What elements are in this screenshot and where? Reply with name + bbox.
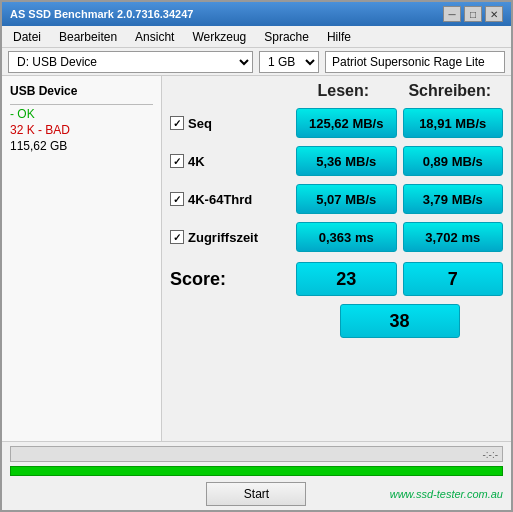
menu-werkzeug[interactable]: Werkzeug [189, 29, 249, 45]
main-window: AS SSD Benchmark 2.0.7316.34247 ─ □ ✕ Da… [0, 0, 513, 512]
size-select[interactable]: 1 GB [259, 51, 319, 73]
maximize-button[interactable]: □ [464, 6, 482, 22]
4k64-read-cell: 5,07 MB/s [296, 184, 397, 214]
col-header-write: Schreiben: [397, 82, 504, 100]
bottom-area: -:-:- Start www.ssd-tester.com.au [2, 441, 511, 510]
menu-bearbeiten[interactable]: Bearbeiten [56, 29, 120, 45]
start-button-container: Start [174, 482, 338, 506]
close-button[interactable]: ✕ [485, 6, 503, 22]
headers-row: Lesen: Schreiben: [170, 82, 503, 100]
seq-checkbox[interactable]: ✓ [170, 116, 184, 130]
score-read-cell: 23 [296, 262, 397, 296]
device-size: 115,62 GB [10, 139, 153, 153]
4k64-checkbox[interactable]: ✓ [170, 192, 184, 206]
device-info-title: USB Device [10, 84, 153, 98]
menu-datei[interactable]: Datei [10, 29, 44, 45]
access-row: ✓ Zugriffszeit 0,363 ms 3,702 ms [170, 220, 503, 254]
4k64-row: ✓ 4K-64Thrd 5,07 MB/s 3,79 MB/s [170, 182, 503, 216]
score-row: Score: 23 7 [170, 262, 503, 296]
menu-hilfe[interactable]: Hilfe [324, 29, 354, 45]
window-title: AS SSD Benchmark 2.0.7316.34247 [10, 8, 193, 20]
title-bar: AS SSD Benchmark 2.0.7316.34247 ─ □ ✕ [2, 2, 511, 26]
4k-write-cell: 0,89 MB/s [403, 146, 504, 176]
window-controls: ─ □ ✕ [443, 6, 503, 22]
seq-read-cell: 125,62 MB/s [296, 108, 397, 138]
4k-row: ✓ 4K 5,36 MB/s 0,89 MB/s [170, 144, 503, 178]
status-ok: - OK [10, 107, 153, 121]
4k-read-cell: 5,36 MB/s [296, 146, 397, 176]
seq-label: ✓ Seq [170, 116, 290, 131]
green-progress-bar [10, 466, 503, 476]
4k-label: ✓ 4K [170, 154, 290, 169]
drive-select[interactable]: D: USB Device [8, 51, 253, 73]
score-write-cell: 7 [403, 262, 504, 296]
access-checkbox[interactable]: ✓ [170, 230, 184, 244]
score-label: Score: [170, 269, 290, 290]
progress-time: -:-:- [482, 449, 498, 460]
website-label: www.ssd-tester.com.au [390, 488, 503, 500]
access-write-cell: 3,702 ms [403, 222, 504, 252]
minimize-button[interactable]: ─ [443, 6, 461, 22]
left-panel: USB Device - OK 32 K - BAD 115,62 GB [2, 76, 162, 441]
4k64-label: ✓ 4K-64Thrd [170, 192, 290, 207]
seq-write-cell: 18,91 MB/s [403, 108, 504, 138]
bottom-row: Start www.ssd-tester.com.au [10, 482, 503, 506]
access-read-cell: 0,363 ms [296, 222, 397, 252]
toolbar: D: USB Device 1 GB Patriot Supersonic Ra… [2, 48, 511, 76]
col-header-read: Lesen: [290, 82, 397, 100]
4k64-write-cell: 3,79 MB/s [403, 184, 504, 214]
progress-bar-container: -:-:- [10, 446, 503, 462]
seq-row: ✓ Seq 125,62 MB/s 18,91 MB/s [170, 106, 503, 140]
content-area: USB Device - OK 32 K - BAD 115,62 GB Les… [2, 76, 511, 441]
status-bad: 32 K - BAD [10, 123, 153, 137]
start-button[interactable]: Start [206, 482, 306, 506]
4k-checkbox[interactable]: ✓ [170, 154, 184, 168]
access-label: ✓ Zugriffszeit [170, 230, 290, 245]
device-label: Patriot Supersonic Rage Lite [325, 51, 505, 73]
menu-bar: Datei Bearbeiten Ansicht Werkzeug Sprach… [2, 26, 511, 48]
menu-ansicht[interactable]: Ansicht [132, 29, 177, 45]
menu-sprache[interactable]: Sprache [261, 29, 312, 45]
main-panel: Lesen: Schreiben: ✓ Seq 125,62 MB/s 18,9… [162, 76, 511, 441]
score-total-row: 38 [170, 304, 503, 338]
row-label-header [170, 82, 290, 100]
score-total-cell: 38 [340, 304, 460, 338]
